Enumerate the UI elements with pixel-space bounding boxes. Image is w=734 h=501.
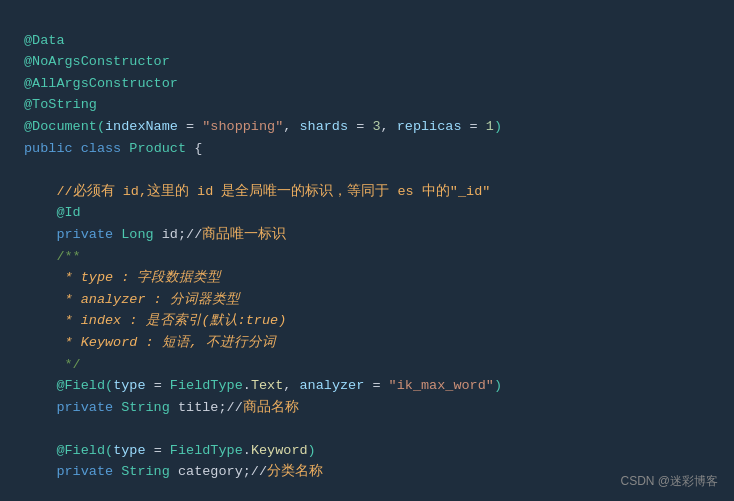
code-line: @NoArgsConstructor bbox=[16, 51, 734, 73]
code-line: * Keyword : 短语, 不进行分词 bbox=[16, 332, 734, 354]
code-line: * index : 是否索引(默认:true) bbox=[16, 310, 734, 332]
code-line: private Long id;//商品唯一标识 bbox=[16, 224, 734, 246]
code-line bbox=[16, 159, 734, 181]
code-line: @Field(type = FieldType.Keyword) bbox=[16, 440, 734, 462]
code-line: @Data bbox=[16, 30, 734, 52]
code-line: */ bbox=[16, 354, 734, 376]
code-line: /** bbox=[16, 246, 734, 268]
code-line: @Field(type = FieldType.Text, analyzer =… bbox=[16, 375, 734, 397]
code-line: //必须有 id,这里的 id 是全局唯一的标识，等同于 es 中的"_id" bbox=[16, 181, 734, 203]
code-line: @Id bbox=[16, 202, 734, 224]
code-editor: @Data@NoArgsConstructor@AllArgsConstruct… bbox=[0, 0, 734, 501]
code-line: public class Product { bbox=[16, 138, 734, 160]
code-line: * type : 字段数据类型 bbox=[16, 267, 734, 289]
code-line: * analyzer : 分词器类型 bbox=[16, 289, 734, 311]
code-line: @ToString bbox=[16, 94, 734, 116]
code-line bbox=[16, 418, 734, 440]
code-line: @Document(indexName = "shopping", shards… bbox=[16, 116, 734, 138]
code-line: @AllArgsConstructor bbox=[16, 73, 734, 95]
code-line: private String title;//商品名称 bbox=[16, 397, 734, 419]
watermark: CSDN @迷彩博客 bbox=[620, 472, 718, 491]
